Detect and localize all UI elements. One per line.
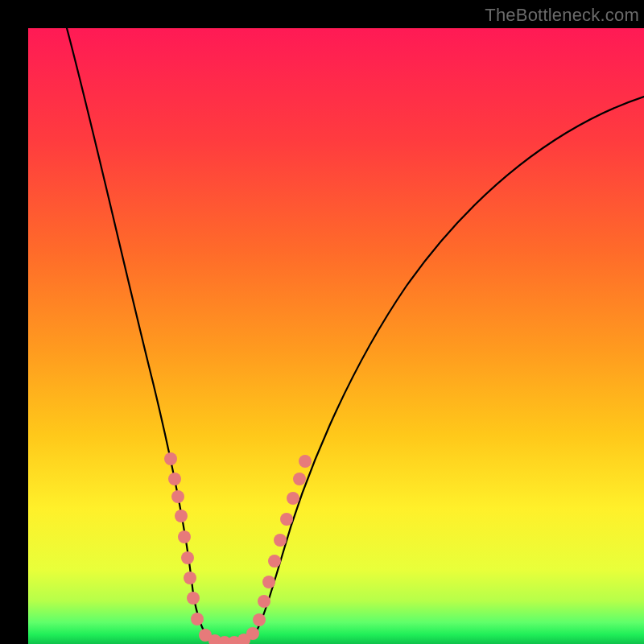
data-dot bbox=[184, 572, 196, 584]
data-dot bbox=[274, 534, 287, 547]
watermark-text: TheBottleneck.com bbox=[485, 5, 639, 26]
data-dot bbox=[171, 490, 184, 503]
chart-layer bbox=[28, 28, 644, 644]
data-dot bbox=[178, 530, 191, 543]
data-dot bbox=[246, 627, 259, 640]
data-dot bbox=[293, 473, 306, 485]
data-dot bbox=[181, 551, 194, 564]
data-dot bbox=[299, 455, 312, 468]
data-dot bbox=[287, 492, 299, 505]
data-dot bbox=[262, 576, 275, 588]
data-dot bbox=[268, 555, 281, 568]
right-curve bbox=[232, 97, 644, 643]
data-dot bbox=[258, 595, 270, 608]
data-dot bbox=[280, 513, 293, 526]
chart-stage: TheBottleneck.com bbox=[0, 0, 644, 644]
data-dot bbox=[164, 452, 177, 465]
data-dot bbox=[191, 613, 204, 625]
left-curve bbox=[67, 28, 228, 643]
data-dot bbox=[175, 510, 188, 522]
data-dot bbox=[253, 613, 266, 626]
plot-area bbox=[28, 28, 644, 644]
data-dot bbox=[187, 592, 200, 605]
data-dot bbox=[168, 473, 181, 485]
